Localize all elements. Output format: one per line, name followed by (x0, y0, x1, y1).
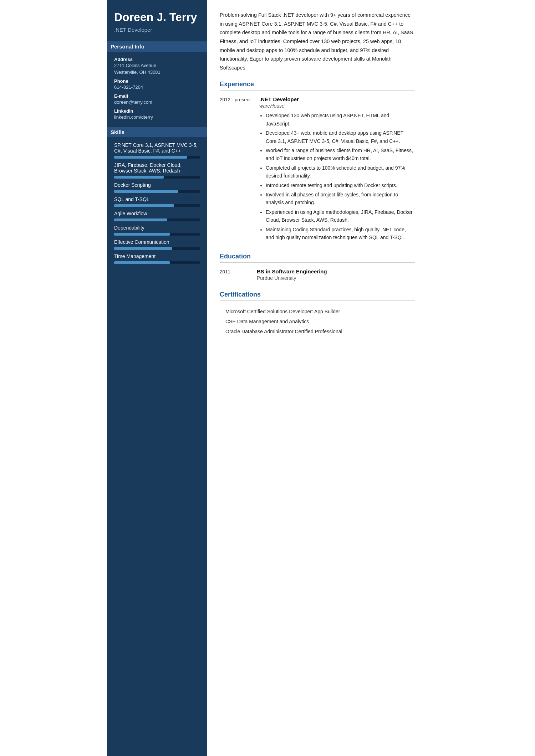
skill-name: Time Management (114, 253, 200, 259)
skill-bar-fill (114, 261, 170, 264)
experience-title: Experience (220, 81, 415, 91)
email-label: E-mail (114, 93, 200, 99)
skill-bar-fill (114, 156, 187, 159)
experience-section: Experience 2012 - present.NET Developerw… (220, 81, 415, 243)
phone-label: Phone (114, 78, 200, 84)
skill-bar-fill (114, 218, 167, 221)
skill-bar-fill (114, 233, 170, 236)
exp-bullet-item: Experienced in using Agile methodologies… (266, 208, 415, 224)
email-value: doreen@terry.com (114, 99, 200, 105)
skill-bar-background (114, 247, 200, 250)
skill-name: Agile Workflow (114, 211, 200, 216)
exp-bullet-item: Worked for a range of business clients f… (266, 146, 415, 163)
skill-name: SP.NET Core 3.1, ASP.NET MVC 3-5, C#, Vi… (114, 142, 200, 154)
exp-date: 2012 - present (220, 96, 251, 243)
resume-container: Doreen J. Terry .NET Developer Personal … (107, 0, 428, 756)
skill-name: Effective Communication (114, 239, 200, 245)
exp-bullet-item: Completed all projects to 100% schedule … (266, 164, 415, 180)
candidate-name: Doreen J. Terry (114, 11, 200, 24)
certifications-list: Microsoft Certified Solutions Developer:… (220, 307, 415, 336)
exp-details: .NET DeveloperwareHouseDeveloped 130 web… (259, 96, 415, 243)
skill-bar-fill (114, 176, 164, 179)
skill-bar-background (114, 218, 200, 221)
exp-bullet-item: Involved in all phases of project life c… (266, 191, 415, 207)
exp-company: wareHouse (259, 103, 415, 109)
skill-bar-fill (114, 247, 172, 250)
skills-list: SP.NET Core 3.1, ASP.NET MVC 3-5, C#, Vi… (114, 142, 200, 264)
exp-bullet-item: Maintaining Coding Standard practices, h… (266, 226, 415, 242)
cert-item: CSE Data Management and Analytics (220, 317, 415, 326)
skills-section-title: Skills (107, 127, 207, 137)
edu-date: 2011 (220, 268, 248, 281)
edu-details: BS in Software EngineeringPurdue Univers… (257, 268, 415, 281)
skill-name: SQL and T-SQL (114, 196, 200, 202)
skill-name: Docker Scripting (114, 182, 200, 188)
education-list: 2011BS in Software EngineeringPurdue Uni… (220, 268, 415, 281)
edu-degree: BS in Software Engineering (257, 268, 415, 274)
linkedin-label: LinkedIn (114, 108, 200, 114)
certifications-section: Certifications Microsoft Certified Solut… (220, 291, 415, 336)
exp-bullets: Developed 130 web projects using ASP.NET… (259, 112, 415, 241)
education-title: Education (220, 253, 415, 263)
certifications-title: Certifications (220, 291, 415, 301)
phone-value: 614-821-7264 (114, 84, 200, 90)
cert-item: Microsoft Certified Solutions Developer:… (220, 307, 415, 317)
main-content: Problem-solving Full Stack .NET develope… (207, 0, 428, 756)
skill-bar-background (114, 190, 200, 193)
skill-bar-fill (114, 190, 178, 193)
address-line2: Westerville, OH 43081 (114, 70, 200, 75)
skill-bar-background (114, 233, 200, 236)
cert-item: Oracle Database Administrator Certified … (220, 326, 415, 336)
address-label: Address (114, 57, 200, 62)
education-entry: 2011BS in Software EngineeringPurdue Uni… (220, 268, 415, 281)
exp-bullet-item: Introduced remote testing and updating w… (266, 181, 415, 189)
education-section: Education 2011BS in Software Engineering… (220, 253, 415, 281)
edu-school: Purdue University (257, 275, 415, 281)
candidate-title: .NET Developer (114, 27, 200, 33)
skill-name: Dependability (114, 225, 200, 231)
summary-text: Problem-solving Full Stack .NET develope… (220, 11, 415, 72)
skill-bar-background (114, 176, 200, 179)
address-line1: 2711 Collins Avenue (114, 63, 200, 68)
exp-bullet-item: Developed 43+ web, mobile and desktop ap… (266, 129, 415, 145)
skill-bar-fill (114, 204, 174, 207)
personal-info-section-title: Personal Info (107, 41, 207, 52)
exp-job-title: .NET Developer (259, 96, 415, 102)
sidebar: Doreen J. Terry .NET Developer Personal … (107, 0, 207, 756)
exp-bullet-item: Developed 130 web projects using ASP.NET… (266, 112, 415, 128)
experience-entry: 2012 - present.NET DeveloperwareHouseDev… (220, 96, 415, 243)
experience-list: 2012 - present.NET DeveloperwareHouseDev… (220, 96, 415, 243)
skill-bar-background (114, 261, 200, 264)
skill-bar-background (114, 156, 200, 159)
linkedin-value: linkedin.com/dterry (114, 114, 200, 120)
skill-name: JIRA, Firebase, Docker Cloud, Browser St… (114, 162, 200, 174)
skill-bar-background (114, 204, 200, 207)
